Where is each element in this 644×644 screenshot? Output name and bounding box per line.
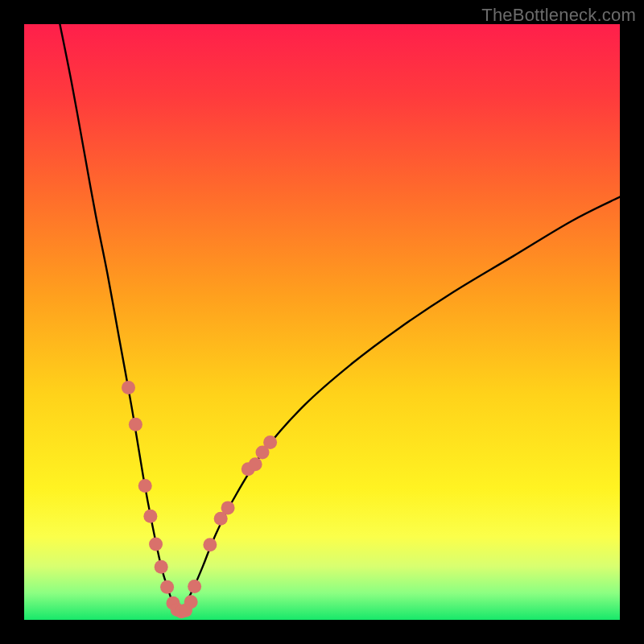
data-markers <box>122 381 277 618</box>
data-marker <box>155 560 168 574</box>
data-marker <box>160 580 174 594</box>
curve-right-branch <box>179 197 620 614</box>
data-marker <box>149 538 163 551</box>
data-marker <box>203 538 217 551</box>
data-marker <box>221 501 235 514</box>
curve-layer <box>24 24 620 620</box>
watermark-text: TheBottleneck.com <box>481 5 636 26</box>
data-marker <box>263 436 277 449</box>
data-marker <box>129 418 142 431</box>
curve-left-branch <box>60 24 179 614</box>
data-marker <box>184 595 198 609</box>
data-marker <box>138 479 152 493</box>
data-marker <box>188 580 201 593</box>
chart-frame: TheBottleneck.com <box>0 0 644 644</box>
plot-area <box>24 24 620 620</box>
data-marker <box>143 510 157 523</box>
data-marker <box>249 457 262 471</box>
data-marker <box>122 381 135 394</box>
